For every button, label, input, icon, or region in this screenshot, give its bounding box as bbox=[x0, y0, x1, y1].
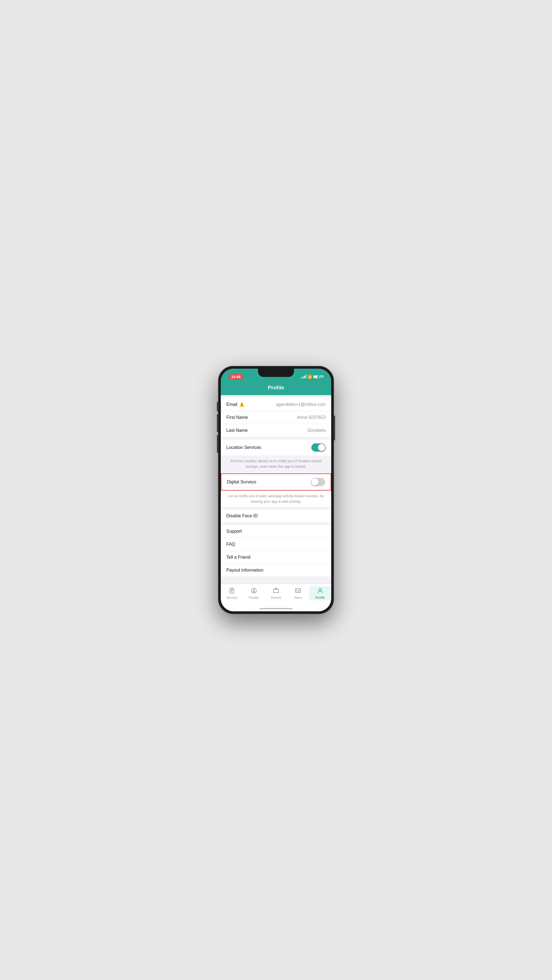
first-name-label: First Name bbox=[226, 415, 248, 420]
payout-info-row[interactable]: Payout Information bbox=[221, 564, 331, 577]
support-label: Support bbox=[226, 529, 242, 534]
nav-inbox[interactable]: Inbox bbox=[287, 586, 309, 600]
svg-point-3 bbox=[319, 589, 321, 591]
surveys-icon bbox=[228, 587, 235, 595]
nav-payday[interactable]: Payday bbox=[243, 586, 265, 600]
payday-icon bbox=[250, 587, 257, 595]
location-services-row[interactable]: Location Services bbox=[221, 439, 331, 455]
notch bbox=[258, 369, 294, 377]
email-field-row[interactable]: Email ⚠️ agorobets+1@mfour.com bbox=[221, 398, 331, 411]
volume-up-button[interactable] bbox=[217, 414, 218, 432]
menu-section: Disable Face ID bbox=[221, 509, 331, 522]
support-section: Support FAQ Tell a Friend Payout Informa… bbox=[221, 525, 331, 577]
disable-face-id-label: Disable Face ID bbox=[226, 514, 258, 519]
location-services-toggle[interactable] bbox=[311, 444, 326, 452]
inbox-label: Inbox bbox=[295, 596, 302, 599]
volume-mute-button[interactable] bbox=[217, 402, 218, 411]
location-services-label: Location Services bbox=[226, 445, 261, 450]
phone-frame: 14:48 📶 74 Profile bbox=[218, 366, 334, 614]
digital-surveys-row[interactable]: Digital Surveys bbox=[221, 474, 331, 490]
inbox-icon bbox=[295, 587, 302, 595]
status-time: 14:48 bbox=[228, 374, 243, 380]
profile-fields-section: Email ⚠️ agorobets+1@mfour.com First Nam… bbox=[221, 398, 331, 437]
phone-screen: 14:48 📶 74 Profile bbox=[221, 369, 331, 611]
signal-icon bbox=[301, 375, 306, 378]
payout-info-label: Payout Information bbox=[226, 568, 263, 573]
surveys-label: Surveys bbox=[226, 596, 238, 599]
battery-indicator: 74 bbox=[313, 375, 324, 379]
email-value: agorobets+1@mfour.com bbox=[276, 402, 326, 407]
nav-earned[interactable]: Earned bbox=[265, 586, 287, 600]
last-name-value: Gorobets bbox=[308, 428, 326, 433]
status-icons: 📶 74 bbox=[301, 375, 324, 379]
faq-label: FAQ bbox=[226, 542, 235, 547]
payday-label: Payday bbox=[249, 596, 259, 599]
first-name-value: Anna 9237653 bbox=[297, 415, 326, 420]
nav-surveys[interactable]: Surveys bbox=[221, 586, 243, 600]
wifi-icon: 📶 bbox=[308, 375, 312, 379]
digital-surveys-toggle[interactable] bbox=[311, 478, 325, 486]
svg-rect-2 bbox=[295, 589, 301, 593]
location-services-section: Location Services Precise Location allow… bbox=[221, 439, 331, 472]
profile-nav-label: Profile bbox=[316, 596, 325, 599]
svg-rect-0 bbox=[230, 588, 234, 593]
content-area: Email ⚠️ agorobets+1@mfour.com First Nam… bbox=[221, 395, 331, 584]
nav-profile[interactable]: Profile bbox=[309, 586, 331, 600]
home-indicator bbox=[221, 606, 331, 611]
profile-icon bbox=[317, 587, 324, 595]
email-label: Email bbox=[226, 402, 238, 407]
tell-a-friend-row[interactable]: Tell a Friend bbox=[221, 551, 331, 564]
page-header: Profile bbox=[221, 382, 331, 395]
earned-icon bbox=[273, 587, 279, 595]
warning-icon: ⚠️ bbox=[239, 402, 244, 407]
page-title: Profile bbox=[268, 385, 284, 390]
volume-down-button[interactable] bbox=[217, 435, 218, 453]
location-services-description: Precise Location allows us to notify you… bbox=[221, 455, 331, 472]
faq-row[interactable]: FAQ bbox=[221, 538, 331, 551]
support-row[interactable]: Support bbox=[221, 525, 331, 538]
first-name-row[interactable]: First Name Anna 9237653 bbox=[221, 411, 331, 424]
last-name-label: Last Name bbox=[226, 428, 247, 433]
last-name-row[interactable]: Last Name Gorobets bbox=[221, 424, 331, 437]
email-label-group: Email ⚠️ bbox=[226, 402, 244, 407]
digital-surveys-description: Let us notify you of paid, web/app activ… bbox=[221, 490, 331, 507]
disable-face-id-row[interactable]: Disable Face ID bbox=[221, 509, 331, 522]
bottom-navigation: Surveys Payday Earned bbox=[221, 584, 331, 606]
digital-surveys-label: Digital Surveys bbox=[227, 479, 257, 485]
tell-a-friend-label: Tell a Friend bbox=[226, 555, 250, 560]
power-button[interactable] bbox=[334, 415, 335, 441]
earned-label: Earned bbox=[271, 596, 281, 599]
